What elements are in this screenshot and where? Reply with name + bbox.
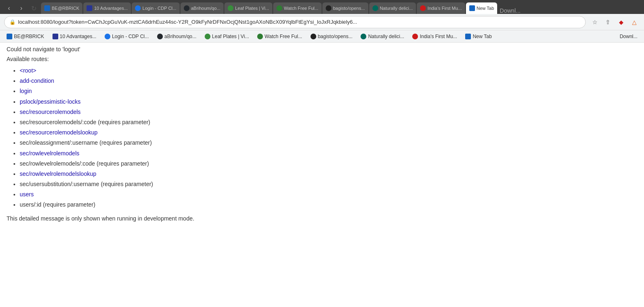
error-message: Could not navigate to 'logout' [7, 46, 637, 52]
list-item: sec/rowlevelrolemodels/:code (requires p… [20, 159, 637, 169]
forward-button[interactable]: › [16, 2, 27, 14]
bookmark-label-abrihoum: aBrihoum/qo... [164, 34, 196, 39]
vivaldi-icon[interactable]: ◆ [615, 16, 627, 28]
back-button[interactable]: ‹ [3, 2, 15, 14]
tab-favicon-bagisto [326, 5, 331, 11]
routes-list: <root> add-condition login pslock/pessim… [7, 66, 637, 210]
tab-favicon-watch-free [276, 5, 282, 11]
reload-button[interactable]: ↻ [28, 2, 39, 14]
tab-label-10-advantages: 10 Advantages... [94, 6, 128, 11]
route-text-users-id: users/:id (requires parameter) [20, 201, 95, 208]
bookmark-leaf-plates[interactable]: Leaf Plates | Vi... [201, 33, 252, 40]
tab-label-new-tab: New Tab [477, 6, 494, 11]
route-link-sec-resourcerolemodels[interactable]: sec/resourcerolemodels [20, 109, 81, 115]
address-bar[interactable] [18, 19, 580, 25]
bookmark-label-watch-free: Watch Free Ful... [265, 34, 302, 39]
dev-mode-note: This detailed message is only shown when… [7, 215, 637, 222]
route-link-add-condition[interactable]: add-condition [20, 77, 54, 84]
tab-label-login-cdp: Login - CDP Cl... [142, 6, 176, 11]
bookmark-bagisto[interactable]: bagisto/opens... [307, 33, 356, 40]
route-link-sec-rowlevelrolemodelslookup[interactable]: sec/rowlevelrolemodelslookup [20, 171, 96, 177]
address-bar-wrapper: 🔒 [4, 16, 586, 28]
list-item: sec/rowlevelrolemodelslookup [20, 169, 637, 179]
bookmark-new-tab[interactable]: New Tab [462, 33, 495, 40]
route-link-pslock[interactable]: pslock/pessimistic-locks [20, 98, 81, 105]
tab-favicon-abrihoum [184, 5, 190, 11]
route-link-login[interactable]: login [20, 88, 32, 94]
tab-new-tab[interactable]: New Tab [466, 2, 498, 14]
tab-watch-free[interactable]: Watch Free Ful... [273, 2, 322, 14]
tab-label-indias-first: India's First Mu... [427, 6, 461, 11]
list-item: users [20, 189, 637, 200]
bookmark-label-new-tab: New Tab [473, 34, 491, 39]
route-link-sec-resourcerolemodelslookup[interactable]: sec/resourcerolemodelslookup [20, 129, 98, 136]
nav-actions: ☆ ⇧ ◆ △ [589, 16, 640, 28]
downloads-text: Downl... [620, 34, 641, 39]
bookmark-favicon-abrihoum [157, 34, 163, 39]
lock-icon: 🔒 [9, 19, 16, 25]
tab-favicon-leaf-plates [228, 5, 233, 11]
tab-naturally[interactable]: Naturally delici... [369, 2, 416, 14]
tab-favicon-new-tab [469, 5, 475, 11]
tab-label-bagisto: bagisto/opens... [333, 6, 365, 11]
nav-bar: 🔒 ☆ ⇧ ◆ △ [0, 14, 644, 30]
tab-label-be-rbrick: BE@RBRICK [52, 6, 79, 11]
bookmark-abrihoum[interactable]: aBrihoum/qo... [154, 33, 200, 40]
tab-favicon-indias-first [420, 5, 426, 11]
route-link-sec-rowlevelrolemodels[interactable]: sec/rowlevelrolemodels [20, 150, 80, 157]
tab-bar: ‹ › ↻ BE@RBRICK 10 Advantages... Login -… [0, 0, 644, 14]
list-item: sec/resourcerolemodelslookup [20, 127, 637, 138]
bookmark-favicon-naturally [361, 34, 366, 39]
bookmark-be-rbrick[interactable]: BE@RBRICK [3, 33, 48, 40]
downloads-indicator[interactable]: Downl... [500, 7, 521, 14]
share-button[interactable]: ⇧ [602, 16, 614, 28]
bookmark-favicon-watch-free [257, 34, 263, 39]
tab-10-advantages[interactable]: 10 Advantages... [83, 2, 131, 14]
tab-favicon-login-cdp [135, 5, 141, 11]
bookmark-login-cdp[interactable]: Login - CDP Cl... [101, 33, 152, 40]
warning-icon[interactable]: △ [628, 16, 640, 28]
tab-label-watch-free: Watch Free Ful... [284, 6, 318, 11]
tab-leaf-plates[interactable]: Leaf Plates | Vi... [224, 2, 272, 14]
bookmark-indias-first[interactable]: India's First Mu... [409, 33, 460, 40]
list-item: pslock/pessimistic-locks [20, 97, 637, 107]
list-item: sec/resourcerolemodels/:code (requires p… [20, 117, 637, 127]
bookmark-label-login-cdp: Login - CDP Cl... [112, 34, 149, 39]
list-item: add-condition [20, 76, 637, 86]
tab-label-naturally: Naturally delici... [380, 6, 413, 11]
bookmark-favicon-be-rbrick [7, 34, 12, 39]
route-text-sec-usersubstitution: sec/usersubstitution/:username (requires… [20, 181, 153, 187]
bookmark-watch-free[interactable]: Watch Free Ful... [254, 33, 306, 40]
bookmark-label-be-rbrick: BE@RBRICK [14, 34, 44, 39]
tab-be-rbrick[interactable]: BE@RBRICK [41, 2, 82, 14]
route-link-root[interactable]: <root> [20, 67, 36, 74]
bookmark-label-naturally: Naturally delici... [368, 34, 404, 39]
list-item: users/:id (requires parameter) [20, 200, 637, 210]
bookmark-button[interactable]: ☆ [589, 16, 601, 28]
tab-label-abrihoum: aBrihoum/qo... [191, 6, 221, 11]
bookmark-label-leaf-plates: Leaf Plates | Vi... [212, 34, 249, 39]
tab-bagisto[interactable]: bagisto/opens... [322, 2, 368, 14]
bookmark-favicon-indias-first [412, 34, 418, 39]
tab-abrihoum[interactable]: aBrihoum/qo... [180, 2, 224, 14]
tab-login-cdp[interactable]: Login - CDP Cl... [132, 2, 179, 14]
bookmark-favicon-leaf-plates [205, 34, 210, 39]
list-item: sec/rowlevelrolemodels [20, 148, 637, 159]
route-text-sec-roleassignment: sec/roleassignment/:username (requires p… [20, 139, 152, 146]
list-item: login [20, 86, 637, 96]
available-routes-label: Available routes: [7, 56, 637, 62]
tab-indias-first[interactable]: India's First Mu... [417, 2, 465, 14]
route-link-users[interactable]: users [20, 191, 34, 198]
bookmark-favicon-bagisto [311, 34, 316, 39]
bookmark-label-bagisto: bagisto/opens... [318, 34, 353, 39]
bookmark-naturally[interactable]: Naturally delici... [357, 33, 407, 40]
bookmark-label-10-advantages: 10 Advantages... [60, 34, 96, 39]
bookmark-favicon-login-cdp [105, 34, 110, 39]
tab-favicon-be-rbrick [44, 5, 50, 11]
bookmark-10-advantages[interactable]: 10 Advantages... [49, 33, 100, 40]
list-item: sec/roleassignment/:username (requires p… [20, 138, 637, 148]
tab-favicon-naturally [372, 5, 378, 11]
bookmarks-bar: BE@RBRICK 10 Advantages... Login - CDP C… [0, 30, 644, 43]
list-item: <root> [20, 66, 637, 76]
list-item: sec/resourcerolemodels [20, 107, 637, 117]
